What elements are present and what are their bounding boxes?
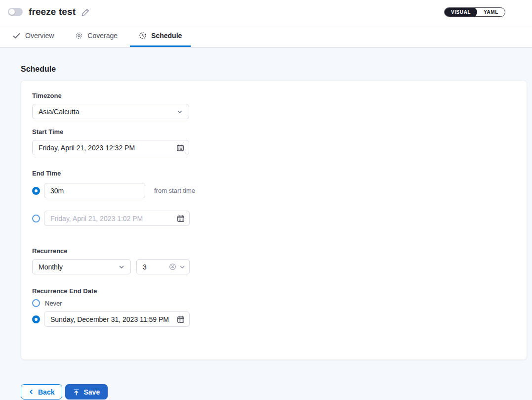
save-button-label: Save xyxy=(83,388,100,396)
chevron-down-icon xyxy=(119,264,124,270)
recurrence-interval-select[interactable]: 3 xyxy=(136,259,190,274)
freeze-enabled-toggle[interactable] xyxy=(8,8,23,16)
tab-schedule[interactable]: Schedule xyxy=(130,24,191,47)
recurrence-label: Recurrence xyxy=(32,247,516,255)
calendar-icon[interactable] xyxy=(177,215,185,222)
chevron-left-icon xyxy=(29,389,34,395)
tab-overview-label: Overview xyxy=(25,32,54,40)
visual-toggle-button[interactable]: VISUAL xyxy=(445,7,477,17)
tab-coverage-label: Coverage xyxy=(87,32,118,40)
recurrence-never-radio[interactable] xyxy=(32,299,40,307)
tab-coverage[interactable]: Coverage xyxy=(66,24,126,47)
recurrence-end-date-radio[interactable] xyxy=(32,315,40,323)
calendar-icon[interactable] xyxy=(177,315,185,323)
end-time-date-field xyxy=(44,211,190,226)
recurrence-row: Monthly 3 xyxy=(32,259,516,274)
recurrence-never-label: Never xyxy=(45,300,62,307)
back-button[interactable]: Back xyxy=(21,384,62,400)
end-time-label: End Time xyxy=(32,170,516,177)
recurrence-end-date-input[interactable] xyxy=(44,312,189,326)
clear-icon[interactable] xyxy=(169,263,176,270)
end-time-duration-input[interactable] xyxy=(44,183,145,198)
save-button[interactable]: Save xyxy=(65,384,108,400)
end-time-duration-field xyxy=(44,183,145,198)
recurrence-end-date-row xyxy=(32,311,516,327)
page-title: freeze test xyxy=(29,6,76,17)
chevron-down-icon[interactable] xyxy=(179,264,185,270)
end-time-date-radio[interactable] xyxy=(32,215,40,222)
recurrence-end-date-field xyxy=(44,311,190,327)
recurrence-type-select[interactable]: Monthly xyxy=(32,259,131,274)
tab-schedule-label: Schedule xyxy=(151,32,182,40)
visual-yaml-toggle: VISUAL YAML xyxy=(444,7,505,17)
gear-icon xyxy=(75,32,83,40)
check-icon xyxy=(12,32,21,40)
section-heading: Schedule xyxy=(21,65,532,74)
tab-bar: Overview Coverage Schedule xyxy=(0,24,532,47)
schedule-form-card: Timezone Asia/Calcutta Start Time xyxy=(21,80,527,360)
recurrence-end-date-label: Recurrence End Date xyxy=(32,287,516,295)
chevron-down-icon xyxy=(177,109,183,115)
recurrence-type-value: Monthly xyxy=(39,263,63,271)
start-time-input[interactable] xyxy=(33,140,189,155)
end-time-date-row xyxy=(32,211,516,226)
schedule-panel: Schedule Timezone Asia/Calcutta Start Ti… xyxy=(0,65,532,400)
recurrence-never-row: Never xyxy=(32,299,516,307)
end-time-date-input[interactable] xyxy=(44,211,189,225)
start-time-label: Start Time xyxy=(32,128,516,135)
timezone-value: Asia/Calcutta xyxy=(39,108,79,116)
recurrence-interval-value: 3 xyxy=(143,263,166,271)
timezone-label: Timezone xyxy=(32,92,516,99)
edit-title-icon[interactable] xyxy=(82,8,90,16)
header-bar: freeze test VISUAL YAML xyxy=(0,0,532,24)
calendar-icon[interactable] xyxy=(176,144,184,152)
end-time-duration-row: from start time xyxy=(32,183,516,198)
from-start-time-text: from start time xyxy=(154,187,195,194)
timezone-select[interactable]: Asia/Calcutta xyxy=(32,104,189,119)
yaml-toggle-button[interactable]: YAML xyxy=(477,7,505,17)
toggle-knob xyxy=(9,9,15,15)
recurring-schedule-icon xyxy=(139,32,147,40)
back-button-label: Back xyxy=(38,388,54,396)
start-time-field xyxy=(32,140,189,155)
upload-icon xyxy=(73,389,80,396)
tab-overview[interactable]: Overview xyxy=(3,24,63,47)
end-time-duration-radio[interactable] xyxy=(32,187,40,195)
footer-actions: Back Save xyxy=(21,384,532,400)
